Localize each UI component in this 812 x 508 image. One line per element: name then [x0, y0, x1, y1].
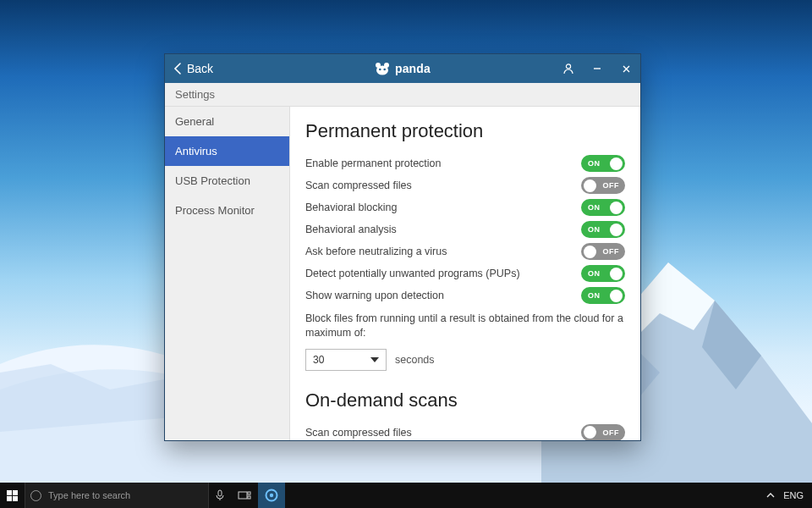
settings-sidebar: GeneralAntivirusUSB ProtectionProcess Mo…	[165, 107, 290, 440]
start-button[interactable]	[0, 483, 25, 508]
toggle-knob	[610, 224, 623, 236]
sidebar-item-antivirus[interactable]: Antivirus	[165, 136, 289, 166]
panda-settings-window: Back panda	[164, 53, 641, 441]
svg-rect-13	[248, 492, 250, 494]
toggle-knob	[610, 202, 623, 214]
toggle-state-label: ON	[588, 159, 601, 168]
task-view-icon	[238, 490, 251, 500]
toggle-knob	[610, 290, 623, 302]
panda-logo-icon	[375, 62, 390, 75]
block-timeout-unit: seconds	[395, 354, 435, 366]
setting-row: Scan compressed filesOFF	[305, 422, 625, 440]
setting-row: Behavioral analysisON	[305, 218, 625, 240]
setting-row: Behavioral blockingON	[305, 196, 625, 218]
setting-row: Enable permanent protectionON	[305, 152, 625, 174]
svg-point-16	[270, 494, 273, 497]
setting-label: Scan compressed files	[305, 427, 412, 439]
toggle-switch[interactable]: ON	[581, 199, 625, 216]
task-view-button[interactable]	[231, 483, 258, 508]
toggle-switch[interactable]: OFF	[581, 243, 625, 260]
svg-rect-7	[7, 490, 12, 495]
windows-logo-icon	[7, 490, 18, 501]
user-icon	[562, 63, 574, 75]
block-timeout-select[interactable]: 30	[305, 349, 387, 371]
taskbar-app-panda[interactable]	[258, 483, 285, 508]
taskbar-search[interactable]: Type here to search	[25, 483, 209, 508]
microphone-icon	[216, 489, 224, 501]
sidebar-item-usb-protection[interactable]: USB Protection	[165, 166, 289, 196]
sidebar-item-general[interactable]: General	[165, 107, 289, 136]
chevron-left-icon	[173, 63, 182, 75]
svg-rect-9	[7, 496, 12, 501]
section-heading-permanent: Permanent protection	[305, 120, 625, 142]
toggle-switch[interactable]: ON	[581, 287, 625, 304]
svg-point-1	[384, 63, 389, 68]
svg-rect-12	[239, 492, 247, 499]
caret-down-icon	[370, 357, 379, 362]
breadcrumb-label: Settings	[175, 88, 215, 101]
toggle-state-label: OFF	[603, 247, 620, 256]
setting-label: Detect potentially unwanted programs (PU…	[305, 268, 520, 279]
setting-label: Behavioral analysis	[305, 224, 397, 235]
window-body: GeneralAntivirusUSB ProtectionProcess Mo…	[165, 107, 640, 440]
toggle-state-label: ON	[588, 203, 601, 212]
system-tray: ENG	[758, 490, 812, 500]
svg-point-2	[376, 66, 388, 75]
svg-rect-10	[13, 496, 18, 501]
block-timeout-value: 30	[313, 354, 324, 366]
svg-rect-14	[248, 496, 250, 499]
svg-point-4	[383, 69, 386, 71]
setting-label: Scan compressed files	[305, 179, 412, 191]
toggle-knob	[584, 179, 596, 192]
setting-row: Ask before neutralizing a virusOFF	[305, 240, 625, 262]
svg-point-5	[566, 64, 570, 69]
toggle-switch[interactable]: ON	[581, 155, 625, 172]
desktop-wallpaper: Back panda	[0, 0, 812, 508]
svg-rect-8	[13, 490, 18, 495]
taskbar: Type here to search ENG	[0, 483, 812, 508]
svg-point-0	[376, 63, 381, 68]
toggle-switch[interactable]: ON	[581, 221, 625, 238]
titlebar: Back panda	[165, 54, 640, 83]
toggle-state-label: OFF	[603, 428, 620, 437]
breadcrumb: Settings	[165, 83, 640, 107]
svg-rect-11	[218, 490, 222, 496]
minimize-icon	[592, 64, 602, 74]
toggle-knob	[610, 157, 623, 170]
toggle-state-label: ON	[588, 269, 601, 278]
close-button[interactable]	[612, 54, 640, 83]
setting-row: Scan compressed filesOFF	[305, 174, 625, 196]
panda-app-icon	[265, 489, 278, 502]
cortana-icon	[30, 490, 41, 501]
toggle-knob	[584, 246, 596, 258]
back-button[interactable]: Back	[165, 54, 222, 83]
taskbar-mic-button[interactable]	[209, 483, 231, 508]
toggle-switch[interactable]: ON	[581, 265, 625, 282]
setting-label: Enable permanent protection	[305, 157, 442, 169]
toggle-switch[interactable]: OFF	[581, 424, 625, 440]
toggle-knob	[610, 268, 623, 280]
sidebar-item-process-monitor[interactable]: Process Monitor	[165, 196, 289, 225]
back-label: Back	[187, 62, 213, 75]
toggle-state-label: ON	[588, 291, 601, 300]
setting-row: Detect potentially unwanted programs (PU…	[305, 262, 625, 284]
toggle-switch[interactable]: OFF	[581, 177, 625, 194]
block-description: Block files from running until a result …	[305, 312, 625, 340]
setting-label: Show warning upon detection	[305, 290, 444, 301]
section-heading-ondemand: On-demand scans	[305, 389, 625, 411]
tray-language[interactable]: ENG	[783, 490, 804, 500]
settings-content[interactable]: Permanent protection Enable permanent pr…	[290, 107, 640, 440]
toggle-state-label: ON	[588, 225, 601, 234]
account-button[interactable]	[554, 54, 583, 83]
close-icon	[622, 64, 631, 74]
toggle-knob	[584, 426, 596, 439]
setting-row: Show warning upon detectionON	[305, 284, 625, 306]
minimize-button[interactable]	[583, 54, 612, 83]
toggle-state-label: OFF	[603, 181, 620, 190]
window-buttons	[554, 54, 640, 83]
tray-chevron-up-icon[interactable]	[766, 491, 775, 500]
svg-point-3	[379, 69, 381, 71]
setting-label: Ask before neutralizing a virus	[305, 246, 447, 257]
setting-label: Behavioral blocking	[305, 202, 397, 213]
search-placeholder: Type here to search	[48, 490, 130, 500]
